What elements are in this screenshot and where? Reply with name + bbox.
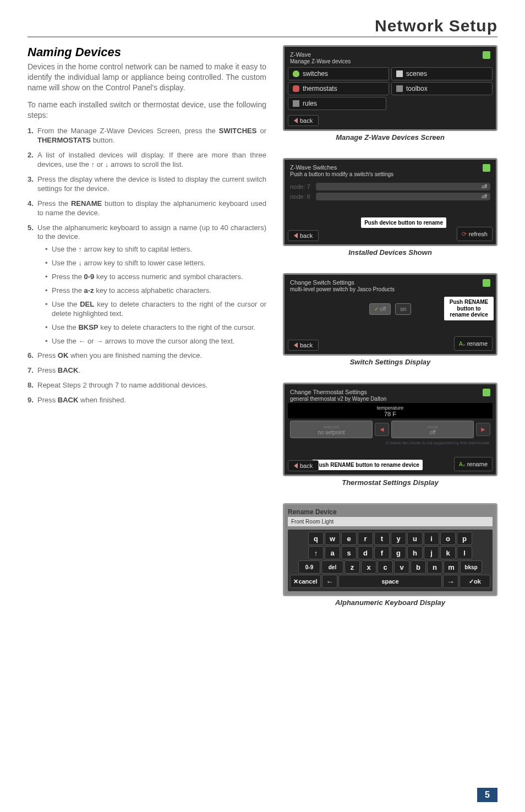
temperature-display: temperature78 F: [288, 403, 493, 418]
back-button[interactable]: back: [288, 460, 319, 471]
fan-message: Z-Wave fan mode is not supported by this…: [288, 440, 493, 445]
cancel-key[interactable]: ✕ cancel: [290, 575, 321, 588]
step-3: 3.Press the display where the device is …: [37, 175, 266, 194]
refresh-button[interactable]: ⟳refresh: [457, 227, 493, 241]
mode-box[interactable]: modeoff: [391, 421, 474, 438]
intro-paragraph-2: To name each installed switch or thermos…: [28, 100, 266, 121]
key-f[interactable]: f: [374, 546, 390, 559]
key-h[interactable]: h: [407, 546, 423, 559]
page-number: 5: [477, 788, 497, 802]
callout-push-rename: Push RENAME button to rename device: [444, 297, 494, 320]
numeric-key[interactable]: 0-9: [298, 560, 320, 574]
off-button[interactable]: ✓ off: [369, 303, 391, 315]
key-a[interactable]: a: [325, 546, 340, 559]
switches-button[interactable]: switches: [288, 67, 389, 80]
thermometer-icon: [293, 85, 299, 92]
key-k[interactable]: k: [440, 546, 456, 559]
key-c[interactable]: c: [378, 560, 393, 574]
figure-caption: Switch Settings Display: [283, 358, 497, 366]
plug-icon: [483, 279, 490, 287]
arrow-left-button[interactable]: ◄: [375, 423, 389, 436]
substep-3: Press the 0-9 key to access numeric and …: [45, 273, 266, 282]
key-y[interactable]: y: [391, 532, 406, 545]
key-o[interactable]: o: [440, 532, 456, 545]
step-4: 4.Press the RENAME button to display the…: [37, 199, 266, 218]
arrow-right-button[interactable]: ►: [476, 423, 490, 436]
right-arrow-key[interactable]: →: [443, 575, 458, 588]
substep-6: Use the BKSP key to delete characters to…: [45, 323, 266, 333]
back-arrow-icon: [294, 342, 298, 348]
step-5: 5.Use the alphanumeric keyboard to assig…: [37, 224, 266, 346]
substep-7: Use the ← or → arrows to move the cursor…: [45, 337, 266, 346]
del-key[interactable]: del: [321, 560, 343, 574]
thermostats-button[interactable]: thermostats: [288, 82, 389, 95]
shift-up-key[interactable]: ↑: [308, 546, 324, 559]
key-u[interactable]: u: [407, 532, 423, 545]
step-9: 9.Press BACK when finished.: [37, 396, 266, 405]
key-t[interactable]: t: [374, 532, 390, 545]
left-arrow-key[interactable]: ←: [322, 575, 337, 588]
ok-key[interactable]: ✓ ok: [460, 575, 490, 588]
figure-thermostat-settings: Change Thermostat Settingsgeneral thermo…: [283, 383, 497, 487]
key-d[interactable]: d: [358, 546, 373, 559]
key-n[interactable]: n: [427, 560, 442, 574]
device-row-node7[interactable]: node: 7off: [290, 182, 490, 192]
back-button[interactable]: back: [288, 230, 319, 241]
back-arrow-icon: [294, 233, 298, 238]
figure-switch-settings: Change Switch Settingsmulti-level power …: [283, 273, 497, 366]
rules-icon: [293, 100, 299, 107]
intro-paragraph-1: Devices in the home control network can …: [28, 62, 266, 93]
key-z[interactable]: z: [344, 560, 360, 574]
key-w[interactable]: w: [325, 532, 340, 545]
key-q[interactable]: q: [308, 532, 324, 545]
list-icon: [396, 70, 403, 77]
device-row-node8[interactable]: node: 8off: [290, 192, 490, 201]
space-key[interactable]: space: [338, 575, 442, 588]
key-v[interactable]: v: [394, 560, 409, 574]
step-8: 8.Repeat Steps 2 through 7 to name addit…: [37, 381, 266, 390]
figure-manage-devices: Z-WaveManage Z-Wave devices switches sce…: [283, 45, 497, 141]
key-s[interactable]: s: [341, 546, 357, 559]
step-7: 7.Press BACK.: [37, 366, 266, 375]
step-2: 2.A list of installed devices will displ…: [37, 151, 266, 170]
back-button[interactable]: back: [288, 340, 319, 351]
substep-2: Use the ↓ arrow key to shift to lower ca…: [45, 259, 266, 268]
bksp-key[interactable]: bksp: [460, 560, 482, 574]
key-g[interactable]: g: [391, 546, 406, 559]
back-button[interactable]: back: [288, 115, 319, 126]
rename-input[interactable]: Front Room Light: [288, 517, 493, 526]
figure-caption: Alphanumeric Keyboard Display: [283, 598, 497, 607]
setpoint-box[interactable]: setpointno setpoint: [290, 421, 373, 438]
scenes-button[interactable]: scenes: [391, 67, 493, 80]
rename-button[interactable]: Aᵤrename: [454, 457, 493, 471]
key-e[interactable]: e: [341, 532, 357, 545]
section-heading: Naming Devices: [28, 45, 266, 59]
key-x[interactable]: x: [361, 560, 376, 574]
key-l[interactable]: l: [457, 546, 472, 559]
rename-button[interactable]: Aᵤrename: [454, 336, 493, 351]
key-j[interactable]: j: [424, 546, 439, 559]
toolbox-button[interactable]: toolbox: [391, 82, 493, 95]
plug-icon: [483, 51, 490, 59]
key-r[interactable]: r: [358, 532, 373, 545]
substep-5: Use the DEL key to delete characters to …: [45, 300, 266, 319]
on-button[interactable]: on: [395, 303, 411, 315]
back-arrow-icon: [294, 118, 298, 123]
key-i[interactable]: i: [424, 532, 439, 545]
step-1: 1.From the Manage Z-Wave Devices Screen,…: [37, 127, 266, 145]
figure-keyboard: Rename Device Front Room Light qwertyuio…: [283, 503, 497, 607]
plug-icon: [483, 164, 490, 172]
key-m[interactable]: m: [444, 560, 459, 574]
figure-caption: Manage Z-Wave Devices Screen: [283, 133, 497, 141]
substep-1: Use the ↑ arrow key to shift to capital …: [45, 245, 266, 254]
figure-installed-devices: Z-Wave SwitchesPush a button to modify a…: [283, 158, 497, 257]
rules-button[interactable]: rules: [288, 97, 386, 110]
figure-caption: Installed Devices Shown: [283, 248, 497, 257]
step-6: 6.Press OK when you are finished naming …: [37, 351, 266, 361]
key-p[interactable]: p: [457, 532, 472, 545]
page-title: Network Setup: [28, 17, 497, 37]
keyboard-title: Rename Device: [288, 508, 493, 516]
figure-caption: Thermostat Settings Display: [283, 478, 497, 487]
key-b[interactable]: b: [411, 560, 426, 574]
substep-4: Press the a-z key to access alphabetic c…: [45, 286, 266, 296]
